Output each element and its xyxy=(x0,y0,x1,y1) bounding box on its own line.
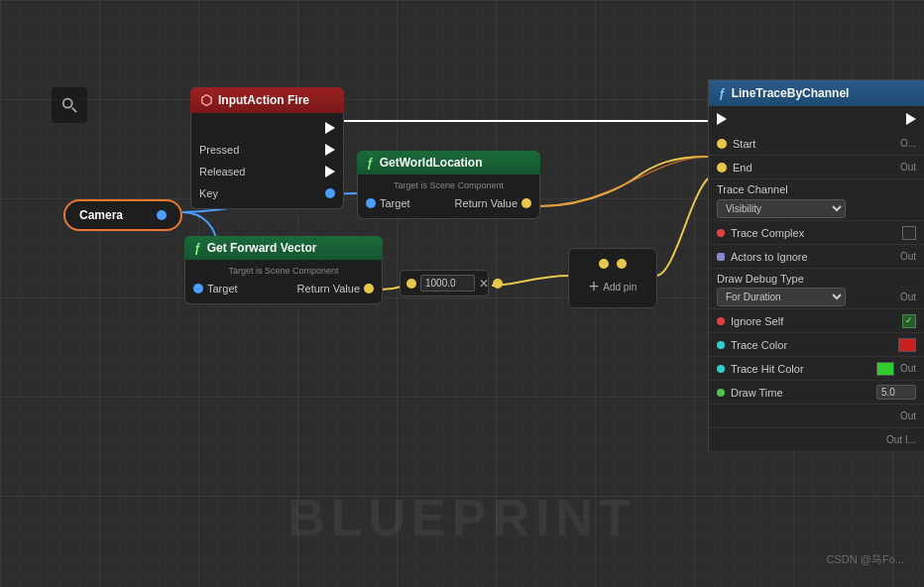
addpin-left-pin[interactable] xyxy=(599,259,609,269)
draw-time-input[interactable] xyxy=(876,385,916,400)
input-action-body: Pressed Released Key xyxy=(190,113,344,209)
get-forward-title: Get Forward Vector xyxy=(207,241,317,255)
get-forward-return-pin[interactable] xyxy=(364,284,374,294)
get-world-icon: ƒ xyxy=(367,156,374,170)
value-left-pin[interactable] xyxy=(406,279,416,289)
get-world-target-label: Target xyxy=(380,197,410,209)
key-row: Key xyxy=(191,182,343,204)
trace-hit-color-pin[interactable] xyxy=(717,365,725,373)
panel-draw-debug-section: Draw Debug Type For Duration Out xyxy=(709,269,924,309)
camera-out-pin[interactable] xyxy=(157,210,167,220)
add-pin-icon[interactable]: + xyxy=(589,277,600,297)
svg-line-1 xyxy=(72,108,77,113)
blueprint-watermark: BLUEPRINT xyxy=(288,488,636,547)
panel-end-label: End xyxy=(733,162,894,174)
panel-icon: ƒ xyxy=(719,86,726,100)
input-action-title: InputAction Fire xyxy=(218,93,309,107)
trace-channel-label: Trace Channel xyxy=(717,183,916,195)
get-forward-body: Target is Scene Component Target Return … xyxy=(184,260,383,304)
panel-start-row: Start O... xyxy=(709,132,924,156)
draw-debug-label: Draw Debug Type xyxy=(717,273,916,285)
pressed-pin[interactable] xyxy=(325,144,335,156)
node-input-action-fire[interactable]: ⬡ InputAction Fire Pressed Released Key xyxy=(190,87,344,209)
get-world-body: Target is Scene Component Target Return … xyxy=(357,175,540,219)
panel-end-out: Out xyxy=(900,162,916,173)
ignore-self-checkbox[interactable]: ✓ xyxy=(902,314,916,328)
panel-out-row2: Out I... xyxy=(709,428,924,452)
released-label: Released xyxy=(199,166,245,177)
get-world-title: GetWorldLocation xyxy=(380,156,483,170)
ignore-self-label: Ignore Self xyxy=(731,315,896,327)
camera-label: Camera xyxy=(79,208,123,222)
draw-time-label: Draw Time xyxy=(731,387,870,399)
get-world-subtitle: Target is Scene Component xyxy=(358,178,539,192)
panel-end-pin[interactable] xyxy=(717,163,727,173)
get-forward-return-label: Return Value xyxy=(297,283,360,294)
node-get-forward-vector[interactable]: ƒ Get Forward Vector Target is Scene Com… xyxy=(184,236,383,304)
panel-linetrace: ƒ LineTraceByChannel Start O... End Out … xyxy=(708,79,924,452)
get-forward-target-row: Target Return Value xyxy=(185,278,382,299)
svg-point-0 xyxy=(63,99,72,108)
trace-color-label: Trace Color xyxy=(731,339,892,351)
get-forward-subtitle: Target is Scene Component xyxy=(185,264,382,278)
released-row: Released xyxy=(191,161,343,182)
panel-start-label: Start xyxy=(733,138,894,150)
get-world-return-label: Return Value xyxy=(455,197,518,209)
actors-ignore-pin[interactable] xyxy=(717,253,725,261)
actors-ignore-out: Out xyxy=(900,251,916,262)
panel-actors-ignore-row: Actors to Ignore Out xyxy=(709,245,924,269)
panel-out-row1: Out xyxy=(709,405,924,428)
actors-ignore-label: Actors to Ignore xyxy=(731,251,894,263)
get-world-target-row: Target Return Value xyxy=(358,192,539,214)
pressed-row: Pressed xyxy=(191,139,343,161)
trace-color-swatch[interactable] xyxy=(898,338,916,352)
node-camera[interactable]: Camera xyxy=(63,199,182,231)
node-value-input[interactable]: ✕ xyxy=(400,270,489,296)
panel-trace-color-row: Trace Color xyxy=(709,333,924,357)
trace-channel-select[interactable]: Visibility xyxy=(717,199,846,218)
key-pin[interactable] xyxy=(325,188,335,198)
trace-hit-color-label: Trace Hit Color xyxy=(731,363,870,375)
node-add-pin[interactable]: + Add pin xyxy=(568,248,657,308)
get-forward-target-pin[interactable] xyxy=(193,284,203,294)
panel-trace-channel-section: Trace Channel Visibility xyxy=(709,179,924,221)
panel-trace-complex-row: Trace Complex xyxy=(709,221,924,245)
trace-complex-checkbox[interactable] xyxy=(902,226,916,240)
value-right-pin[interactable] xyxy=(493,279,503,289)
draw-time-pin[interactable] xyxy=(717,389,725,397)
panel-start-pin[interactable] xyxy=(717,139,727,149)
get-world-target-pin[interactable] xyxy=(366,198,376,208)
credit-text: CSDN @马Fo... xyxy=(827,552,904,567)
trace-complex-label: Trace Complex xyxy=(731,227,896,239)
panel-title: LineTraceByChannel xyxy=(732,86,850,100)
draw-debug-select[interactable]: For Duration xyxy=(717,288,846,306)
search-button[interactable] xyxy=(52,87,87,123)
draw-debug-out: Out xyxy=(900,292,916,302)
pressed-label: Pressed xyxy=(199,144,239,156)
panel-exec-in-pin[interactable] xyxy=(717,113,727,125)
panel-exec-out-pin[interactable] xyxy=(906,113,916,125)
value-input-field[interactable] xyxy=(420,275,475,292)
addpin-right-pin[interactable] xyxy=(617,259,627,269)
panel-start-out: O... xyxy=(900,138,916,149)
get-forward-target-label: Target xyxy=(207,283,238,294)
panel-linetrace-header: ƒ LineTraceByChannel xyxy=(709,80,924,106)
panel-ignore-self-row: Ignore Self ✓ xyxy=(709,309,924,333)
panel-trace-hit-color-row: Trace Hit Color Out xyxy=(709,357,924,381)
add-pin-label[interactable]: Add pin xyxy=(603,282,636,293)
node-input-action-header: ⬡ InputAction Fire xyxy=(190,87,344,113)
released-pin[interactable] xyxy=(325,166,335,177)
panel-end-row: End Out xyxy=(709,156,924,179)
input-action-exec-row xyxy=(191,117,343,139)
trace-complex-pin[interactable] xyxy=(717,229,725,237)
ignore-self-pin[interactable] xyxy=(717,317,725,325)
trace-hit-color-swatch[interactable] xyxy=(876,362,894,376)
blueprint-canvas: ⬡ InputAction Fire Pressed Released Key xyxy=(0,0,924,587)
panel-exec-row xyxy=(709,106,924,132)
exec-out-pin xyxy=(325,122,335,134)
panel-draw-time-row: Draw Time xyxy=(709,381,924,405)
value-multiply-icon: ✕ xyxy=(479,277,489,291)
trace-color-pin[interactable] xyxy=(717,341,725,349)
get-world-return-pin[interactable] xyxy=(521,198,531,208)
node-get-world-location[interactable]: ƒ GetWorldLocation Target is Scene Compo… xyxy=(357,151,540,219)
